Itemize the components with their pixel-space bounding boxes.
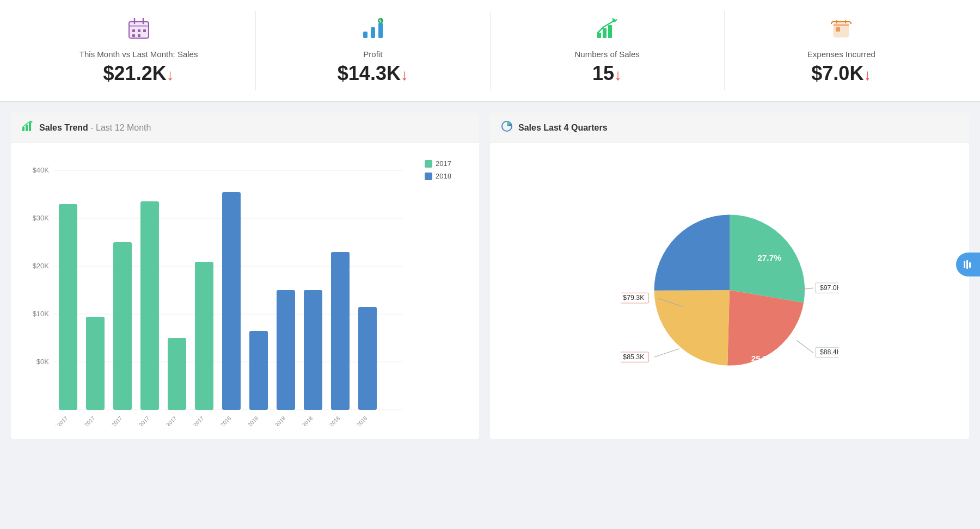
legend-box-2017 <box>425 160 432 168</box>
svg-text:$: $ <box>379 19 382 23</box>
legend-2018: 2018 <box>425 172 468 180</box>
svg-rect-21 <box>26 125 28 131</box>
svg-text:May 2018: May 2018 <box>320 415 341 426</box>
pie-label-q4-pct: 25.2% <box>751 354 775 363</box>
legend-label-2018: 2018 <box>436 172 451 180</box>
floating-action-button[interactable] <box>956 253 980 276</box>
kpi-icon-num-sales <box>595 16 619 45</box>
svg-text:$30K: $30K <box>33 214 50 222</box>
svg-text:Aug 2017: Aug 2017 <box>75 415 96 426</box>
pie-segment-q4 <box>654 215 730 291</box>
bar-chart-svg: $40K $30K $20K $10K $0K Jul 2017 Aug 201… <box>22 154 414 426</box>
callout-text-q2: $79.3K <box>623 294 645 302</box>
callout-text-q4: $88.4K <box>820 348 838 356</box>
callout-text-q1: $97.0K <box>820 284 838 292</box>
svg-text:Nov 2017: Nov 2017 <box>157 415 177 426</box>
kpi-card-profit: $ Profit $14.3K↓ <box>256 11 490 90</box>
svg-text:$20K: $20K <box>33 262 50 270</box>
legend-box-2018 <box>425 173 432 180</box>
svg-rect-12 <box>378 23 383 38</box>
svg-rect-47 <box>964 261 965 268</box>
bar-dec2017 <box>195 262 213 410</box>
svg-rect-20 <box>22 127 24 131</box>
legend-label-2017: 2017 <box>436 159 451 168</box>
svg-rect-4 <box>138 29 140 32</box>
svg-rect-22 <box>29 122 31 131</box>
sales-trend-body: Sales $40K $30K $20K $10K <box>11 143 479 439</box>
bar-jan2018 <box>222 192 241 410</box>
kpi-icon-expenses <box>829 16 853 45</box>
kpi-label-num-sales: Numbers of Sales <box>575 50 640 59</box>
kpi-card-expenses: Expenses Incurred $7.0K↓ <box>725 11 958 90</box>
sales-trend-icon <box>22 120 34 135</box>
kpi-trend-sales: ↓ <box>167 66 174 83</box>
svg-rect-16 <box>603 28 607 38</box>
kpi-value-profit: $14.3K↓ <box>338 62 408 85</box>
pie-label-q1-pct: 27.7% <box>757 253 781 262</box>
bar-chart-legend: 2017 2018 <box>425 154 468 428</box>
svg-text:Mar 2018: Mar 2018 <box>266 415 287 426</box>
bar-oct2017 <box>140 201 159 410</box>
pie-chart-svg: 27.7% 22.7% 24.4% 25.2% <box>621 181 838 399</box>
sales-trend-panel: Sales Trend - Last 12 Month Sales <box>11 113 479 439</box>
callout-line-q4 <box>797 340 813 353</box>
legend-2017: 2017 <box>425 159 468 168</box>
svg-text:Sep 2017: Sep 2017 <box>102 415 123 426</box>
bar-feb2018 <box>249 331 268 410</box>
svg-text:Feb 2018: Feb 2018 <box>239 415 260 426</box>
bar-jun2018 <box>358 307 377 410</box>
kpi-card-sales: This Month vs Last Month: Sales $21.2K↓ <box>22 11 256 90</box>
bar-chart-area: Sales $40K $30K $20K $10K <box>22 154 414 428</box>
svg-text:Jun 2018: Jun 2018 <box>348 415 369 426</box>
kpi-label-profit: Profit <box>363 50 382 59</box>
bar-jul2017 <box>59 204 77 410</box>
callout-line-q3 <box>654 349 679 357</box>
svg-rect-5 <box>143 29 146 32</box>
svg-rect-48 <box>966 260 968 269</box>
charts-row: Sales Trend - Last 12 Month Sales <box>0 102 980 450</box>
bar-sep2017 <box>113 242 132 410</box>
sales-quarters-title: Sales Last 4 Quarters <box>518 123 608 133</box>
svg-text:Jul 2017: Jul 2017 <box>50 415 69 426</box>
svg-rect-19 <box>836 27 840 32</box>
bar-nov2017 <box>168 338 186 410</box>
svg-rect-10 <box>363 32 367 38</box>
kpi-card-num-sales: Numbers of Sales 15↓ <box>491 11 725 90</box>
kpi-trend-expenses: ↓ <box>863 66 871 83</box>
svg-text:$0K: $0K <box>36 358 49 366</box>
svg-rect-49 <box>969 262 971 268</box>
svg-text:Dec 2017: Dec 2017 <box>184 415 205 426</box>
svg-rect-3 <box>132 29 135 32</box>
sales-quarters-icon <box>501 120 513 135</box>
svg-rect-11 <box>371 27 375 38</box>
pie-label-q3-pct: 24.4% <box>688 379 712 388</box>
svg-rect-7 <box>138 34 140 37</box>
svg-rect-15 <box>597 33 601 38</box>
bar-apr2018 <box>304 290 322 410</box>
callout-text-q3: $85.3K <box>623 353 645 361</box>
bar-aug2017 <box>86 317 105 410</box>
svg-text:$10K: $10K <box>33 310 50 318</box>
svg-rect-2 <box>129 25 149 27</box>
kpi-icon-profit: $ <box>361 16 385 45</box>
kpi-label-sales: This Month vs Last Month: Sales <box>79 50 198 59</box>
kpi-value-expenses: $7.0K↓ <box>811 62 871 85</box>
sales-trend-title: Sales Trend - Last 12 Month <box>39 123 151 133</box>
bar-may2018 <box>331 252 350 410</box>
kpi-value-sales: $21.2K↓ <box>103 62 174 85</box>
pie-segment-q3 <box>654 290 730 365</box>
kpi-row: This Month vs Last Month: Sales $21.2K↓ … <box>0 0 980 102</box>
svg-rect-17 <box>608 25 612 38</box>
sales-trend-header: Sales Trend - Last 12 Month <box>11 113 479 143</box>
kpi-trend-profit: ↓ <box>401 66 408 83</box>
kpi-icon-sales <box>127 16 151 45</box>
kpi-trend-num-sales: ↓ <box>614 66 622 83</box>
svg-text:$40K: $40K <box>33 166 50 174</box>
sales-quarters-body: 27.7% 22.7% 24.4% 25.2% <box>490 143 969 437</box>
svg-text:Apr 2018: Apr 2018 <box>294 415 314 426</box>
svg-text:Jan 2018: Jan 2018 <box>212 415 232 426</box>
svg-text:Oct 2017: Oct 2017 <box>131 415 151 426</box>
svg-rect-6 <box>132 34 135 37</box>
kpi-label-expenses: Expenses Incurred <box>807 50 875 59</box>
bar-mar2018 <box>277 290 295 410</box>
